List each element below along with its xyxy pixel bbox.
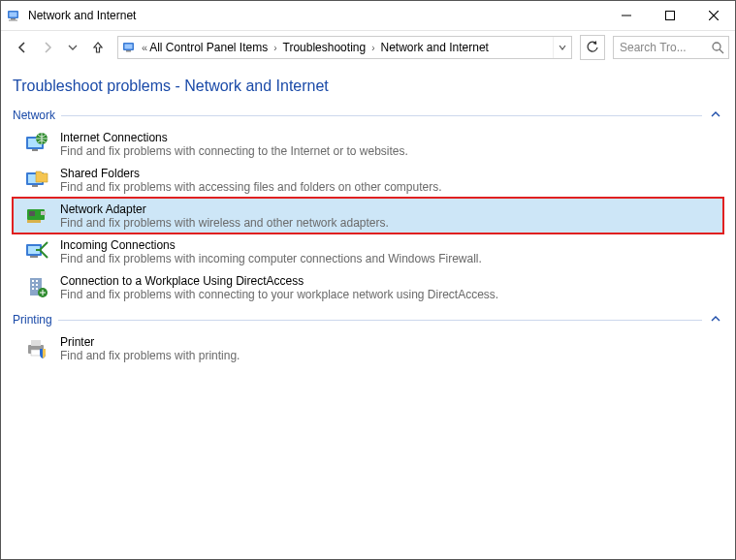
- incoming-icon: [23, 237, 50, 264]
- svg-rect-28: [32, 280, 34, 282]
- svg-rect-10: [126, 50, 131, 52]
- printer-shield-icon: [23, 334, 50, 361]
- section-items: Printer Find and fix problems with print…: [13, 330, 723, 366]
- svg-rect-22: [27, 220, 41, 223]
- globe-monitor-icon: [23, 130, 50, 157]
- address-bar[interactable]: « All Control Panel Items › Troubleshoot…: [117, 36, 572, 59]
- control-panel-icon: [7, 8, 22, 23]
- section: Network Internet Connections Find and fi…: [13, 109, 723, 305]
- item-title: Incoming Connections: [60, 238, 482, 252]
- svg-rect-3: [9, 20, 17, 21]
- svg-rect-21: [29, 211, 35, 216]
- troubleshooter-item-internet-connections[interactable]: Internet Connections Find and fix proble…: [13, 126, 723, 162]
- building-icon: [23, 273, 50, 300]
- svg-rect-32: [32, 288, 34, 290]
- item-desc: Find and fix problems with connecting to…: [60, 288, 498, 301]
- control-panel-window: Network and Internet: [0, 0, 736, 560]
- svg-rect-31: [36, 284, 38, 286]
- breadcrumb-overflow[interactable]: «: [142, 42, 147, 53]
- breadcrumb: « All Control Panel Items › Troubleshoot…: [142, 41, 553, 54]
- svg-rect-16: [32, 149, 38, 151]
- chevron-right-icon: ›: [371, 43, 374, 53]
- item-desc: Find and fix problems with printing.: [60, 349, 240, 362]
- breadcrumb-item[interactable]: Network and Internet: [381, 41, 489, 54]
- item-title: Shared Folders: [60, 167, 442, 180]
- content-pane: Troubleshoot problems - Network and Inte…: [1, 64, 735, 559]
- address-dropdown[interactable]: [553, 37, 571, 58]
- troubleshooter-item-incoming-connections[interactable]: Incoming Connections Find and fix proble…: [13, 233, 723, 269]
- nic-card-icon: [23, 202, 50, 229]
- item-desc: Find and fix problems with connecting to…: [60, 144, 408, 158]
- chevron-right-icon: ›: [273, 43, 276, 53]
- forward-button[interactable]: [36, 36, 59, 59]
- navigation-bar: « All Control Panel Items › Troubleshoot…: [1, 31, 735, 64]
- section-header[interactable]: Network: [13, 109, 723, 122]
- troubleshooter-item-directaccess[interactable]: Connection to a Workplace Using DirectAc…: [13, 269, 723, 305]
- troubleshooter-item-printer[interactable]: Printer Find and fix problems with print…: [13, 330, 723, 366]
- recent-locations-button[interactable]: [61, 36, 84, 59]
- divider: [61, 115, 702, 116]
- title-bar: Network and Internet: [1, 1, 735, 31]
- section-items: Internet Connections Find and fix proble…: [13, 126, 723, 305]
- svg-line-12: [720, 49, 723, 53]
- svg-rect-19: [32, 185, 38, 187]
- refresh-button[interactable]: [580, 35, 605, 60]
- collapse-icon[interactable]: [708, 109, 723, 121]
- control-panel-icon: [122, 40, 138, 55]
- minimize-button[interactable]: [604, 1, 648, 30]
- page-title: Troubleshoot problems - Network and Inte…: [13, 78, 723, 95]
- svg-rect-30: [32, 284, 34, 286]
- svg-rect-9: [125, 45, 133, 49]
- search-box[interactable]: [613, 36, 729, 59]
- folder-monitor-icon: [23, 166, 50, 193]
- item-title: Connection to a Workplace Using DirectAc…: [60, 274, 498, 288]
- breadcrumb-item[interactable]: Troubleshooting: [283, 41, 367, 54]
- svg-rect-2: [11, 18, 16, 20]
- item-title: Internet Connections: [60, 131, 408, 144]
- section-header[interactable]: Printing: [13, 313, 723, 327]
- divider: [58, 320, 702, 321]
- window-controls: [604, 1, 735, 30]
- troubleshooter-item-shared-folders[interactable]: Shared Folders Find and fix problems wit…: [13, 162, 723, 198]
- svg-rect-5: [665, 12, 674, 20]
- collapse-icon[interactable]: [708, 314, 723, 326]
- svg-rect-1: [10, 13, 17, 17]
- section: Printing Printer Find and fix problems w…: [13, 313, 723, 366]
- window-title: Network and Internet: [28, 9, 604, 22]
- svg-rect-37: [31, 350, 41, 356]
- svg-rect-36: [31, 340, 41, 346]
- close-button[interactable]: [691, 1, 735, 30]
- item-title: Network Adapter: [60, 202, 389, 216]
- svg-rect-23: [41, 211, 46, 215]
- section-label: Network: [13, 109, 55, 122]
- up-button[interactable]: [86, 36, 110, 59]
- svg-rect-29: [36, 280, 38, 282]
- svg-rect-26: [30, 256, 38, 258]
- search-icon: [711, 41, 724, 54]
- item-title: Printer: [60, 335, 240, 349]
- search-input[interactable]: [618, 40, 711, 55]
- breadcrumb-item[interactable]: All Control Panel Items: [149, 41, 268, 54]
- maximize-button[interactable]: [648, 1, 691, 30]
- item-desc: Find and fix problems with accessing fil…: [60, 180, 442, 194]
- troubleshooter-item-network-adapter[interactable]: Network Adapter Find and fix problems wi…: [13, 198, 723, 233]
- item-desc: Find and fix problems with wireless and …: [60, 216, 389, 230]
- svg-rect-33: [36, 288, 38, 290]
- back-button[interactable]: [11, 36, 34, 59]
- section-label: Printing: [13, 313, 52, 327]
- svg-point-11: [713, 43, 720, 50]
- item-desc: Find and fix problems with incoming comp…: [60, 252, 482, 265]
